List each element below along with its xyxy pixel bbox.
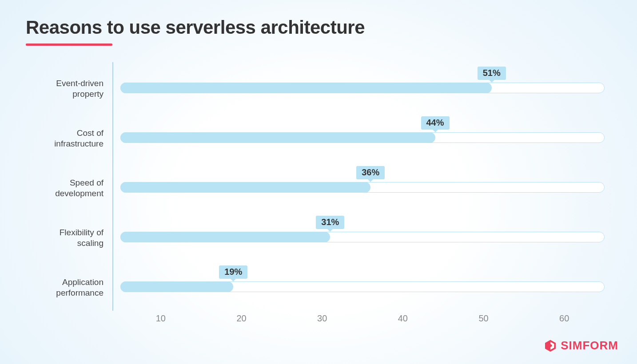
bar-value-label: 19% [219, 265, 247, 279]
y-axis-line [112, 62, 113, 311]
bar-fill [120, 232, 330, 242]
x-axis-ticks: 102030405060 [120, 313, 605, 327]
brand-logo: SIMFORM [544, 339, 618, 352]
bar-row: 44% [120, 116, 605, 152]
y-axis-labels: Event-drivenpropertyCost ofinfrastructur… [26, 62, 104, 311]
y-axis-label: Speed ofdevelopment [26, 178, 104, 199]
x-axis-tick: 50 [478, 313, 488, 324]
plot-area: 51%44%36%31%19% 102030405060 [112, 62, 608, 324]
bar-row: 19% [120, 265, 605, 301]
bar-value-label: 31% [316, 216, 344, 229]
brand-name: SIMFORM [561, 339, 618, 352]
y-axis-label: Flexibility ofscaling [26, 227, 104, 249]
y-axis-label: Cost ofinfrastructure [26, 128, 104, 149]
x-axis-tick: 60 [559, 313, 569, 324]
brand-mark-icon [544, 339, 557, 352]
bar-fill [120, 281, 233, 292]
x-axis-tick: 40 [398, 313, 408, 324]
bar-row: 36% [120, 166, 605, 202]
chart-title: Reasons to use serverless architecture [26, 17, 365, 38]
x-axis-tick: 10 [156, 313, 166, 324]
bar-value-label: 36% [356, 166, 385, 179]
bar-row: 31% [120, 216, 605, 251]
bar-fill [120, 182, 370, 193]
chart-title-block: Reasons to use serverless architecture [26, 17, 365, 46]
bar-value-label: 51% [478, 67, 506, 80]
y-axis-label: Applicationperformance [26, 277, 104, 298]
title-underline [26, 44, 112, 46]
x-axis-tick: 20 [236, 313, 246, 324]
y-axis-label: Event-drivenproperty [26, 78, 104, 99]
x-axis-tick: 30 [317, 313, 327, 324]
bar-row: 51% [120, 67, 605, 102]
bar-fill [120, 132, 435, 143]
bar-fill [120, 83, 492, 93]
svg-marker-0 [545, 340, 556, 351]
bar-value-label: 44% [421, 116, 449, 130]
chart-area: Event-drivenpropertyCost ofinfrastructur… [26, 62, 612, 333]
